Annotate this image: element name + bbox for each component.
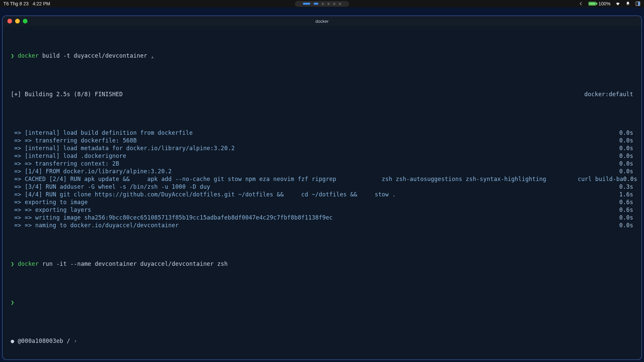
menubar-left: T6 Thg 8 23 4:22 PM [3, 1, 50, 6]
build-step-text: => => transferring dockerfile: 568B [11, 137, 137, 144]
build-step-time: 0.0s [619, 168, 633, 175]
prompt-symbol: ❯ [11, 52, 14, 59]
container-prompt: ● @000a108003eb / › [11, 337, 633, 345]
prompt-symbol: ❯ [11, 260, 14, 267]
build-step-text: => => naming to docker.io/duyaccel/devco… [11, 222, 179, 229]
workspace-active-icon[interactable] [303, 3, 310, 5]
window-title: docker [315, 19, 328, 24]
menubar-time: 4:22 PM [33, 1, 50, 6]
chevron-left-icon[interactable] [578, 1, 584, 6]
build-step: => [3/4] RUN adduser -G wheel -s /bin/zs… [11, 183, 633, 191]
titlebar[interactable]: docker [3, 16, 641, 26]
build-step: => => transferring dockerfile: 568B0.0s [11, 137, 633, 144]
cmd-line-2: ❯ docker run -it --name devcontainer duy… [11, 260, 633, 268]
build-step-text: => [3/4] RUN adduser -G wheel -s /bin/zs… [11, 183, 210, 191]
battery-percent: 100% [598, 1, 610, 6]
build-step: => [1/4] FROM docker.io/library/alpine:3… [11, 168, 633, 175]
workspace-3-icon[interactable] [322, 3, 324, 5]
maximize-icon[interactable] [23, 19, 28, 23]
terminal-content[interactable]: ❯ docker build -t duyaccel/devcontainer … [3, 26, 641, 360]
minimize-icon[interactable] [15, 19, 20, 23]
build-step: => => exporting layers0.6s [11, 206, 633, 214]
build-step-time: 0.6s [619, 206, 633, 214]
build-step: => => writing image sha256:9bcc80cec6510… [11, 214, 633, 222]
build-step: => => transferring context: 2B0.0s [11, 160, 633, 168]
build-step: => CACHED [2/4] RUN apk update && apk ad… [11, 175, 633, 183]
build-step: => [internal] load .dockerignore0.0s [11, 152, 633, 160]
close-icon[interactable] [7, 19, 12, 23]
docker-kw: docker [18, 52, 39, 59]
menubar-right: 100% [578, 1, 641, 6]
build-step-time: 0.3s [619, 183, 633, 191]
build-step-text: => CACHED [2/4] RUN apk update && apk ad… [11, 175, 623, 183]
cwd: / [63, 338, 74, 344]
build-header: [+] Building 2.5s (8/8) FINISHED docker:… [11, 90, 633, 98]
build-header-left: [+] Building 2.5s (8/8) FINISHED [11, 90, 123, 98]
cmd1-dot: . [151, 52, 154, 59]
build-step-time: 0.0s [619, 222, 633, 229]
terminal-window: docker ❯ docker build -t duyaccel/devcon… [2, 15, 642, 360]
build-step: => [internal] load build definition from… [11, 129, 633, 137]
docker-kw: docker [18, 260, 39, 267]
panel-icon[interactable] [635, 1, 641, 6]
workspace-2-icon[interactable] [314, 3, 318, 5]
build-step: => => naming to docker.io/duyaccel/devco… [11, 222, 633, 229]
build-step-text: => => transferring context: 2B [11, 160, 119, 168]
build-step-text: => => exporting layers [11, 206, 91, 214]
build-step-time: 0.0s [619, 152, 633, 160]
build-step: => [4/4] RUN git clone https://github.co… [11, 191, 633, 198]
continuation-line: ❯ [11, 299, 633, 306]
build-step-time: 0.0s [623, 175, 637, 183]
menubar-date: T6 Thg 8 23 [3, 1, 29, 6]
battery-indicator[interactable]: 100% [588, 1, 610, 6]
build-step-time: 0.6s [619, 198, 633, 206]
workspace-5-icon[interactable] [333, 3, 335, 5]
host-name: @000a108003eb [18, 338, 63, 344]
build-header-right: docker:default [584, 90, 633, 98]
workspace-switcher[interactable] [295, 1, 349, 7]
cmd1-rest: build -t duyaccel/devcontainer [39, 52, 151, 59]
prompt-continuation: ❯ [11, 299, 14, 306]
workspace-4-icon[interactable] [327, 3, 330, 5]
build-step-time: 0.0s [619, 129, 633, 137]
build-step-time: 0.0s [619, 144, 633, 152]
bell-icon[interactable] [625, 1, 631, 6]
host-glyph: ● [11, 338, 14, 344]
build-step-text: => [internal] load build definition from… [11, 129, 193, 137]
workspace-6-icon[interactable] [339, 3, 341, 5]
build-step-text: => [1/4] FROM docker.io/library/alpine:3… [11, 168, 172, 175]
battery-icon [588, 2, 596, 6]
build-step-time: 0.0s [619, 214, 633, 222]
build-step-time: 0.0s [619, 137, 633, 144]
build-steps: => [internal] load build definition from… [11, 129, 633, 229]
build-step: => [internal] load metadata for docker.i… [11, 144, 633, 152]
traffic-lights [7, 19, 28, 23]
cmd-line-1: ❯ docker build -t duyaccel/devcontainer … [11, 52, 633, 60]
system-menubar: T6 Thg 8 23 4:22 PM 100% [0, 0, 644, 7]
cmd2-rest: run -it --name devcontainer duyaccel/dev… [39, 260, 227, 267]
build-step: => exporting to image0.6s [11, 198, 633, 206]
build-step-text: => => writing image sha256:9bcc80cec6510… [11, 214, 333, 222]
build-step-text: => [internal] load metadata for docker.i… [11, 144, 235, 152]
build-step-time: 0.0s [619, 160, 633, 168]
svg-rect-1 [638, 2, 640, 6]
build-step-time: 1.6s [619, 191, 633, 198]
wifi-icon[interactable] [615, 1, 621, 6]
build-step-text: => exporting to image [11, 198, 88, 206]
caret-icon: › [74, 338, 77, 344]
build-step-text: => [4/4] RUN git clone https://github.co… [11, 191, 396, 198]
build-step-text: => [internal] load .dockerignore [11, 152, 126, 160]
